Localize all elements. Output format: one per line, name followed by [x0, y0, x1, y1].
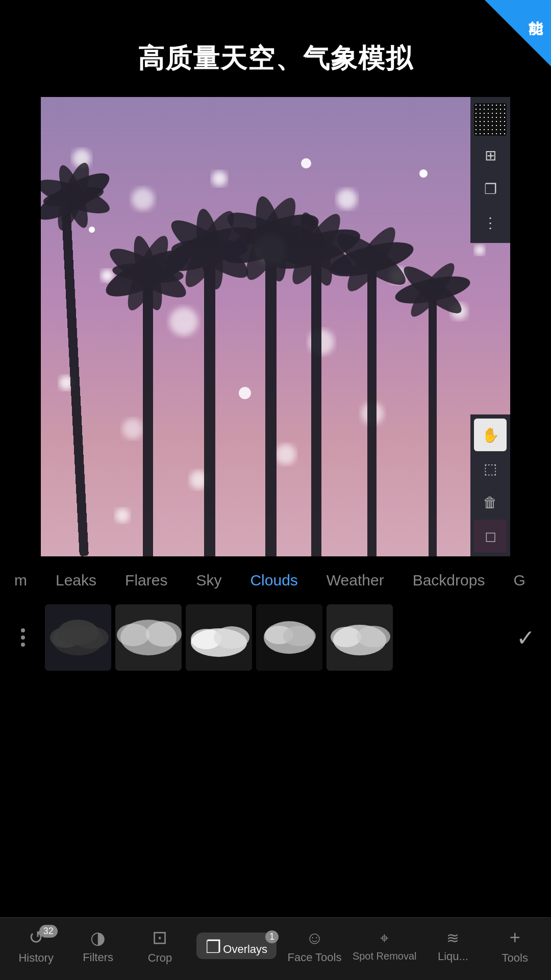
svg-point-3 — [212, 171, 227, 186]
hand-icon: ✋ — [482, 427, 499, 444]
filters-label: Filters — [83, 951, 113, 964]
svg-point-2 — [132, 188, 154, 210]
tab-weather[interactable]: Weather — [312, 567, 398, 594]
overlay-thumb-1[interactable] — [45, 604, 111, 671]
crop-icon: ⊡ — [152, 927, 167, 948]
delete-icon: 🗑 — [483, 494, 497, 511]
tab-backdrops[interactable]: Backdrops — [398, 567, 499, 594]
duplicate-button[interactable]: ❐ — [474, 173, 507, 205]
svg-rect-25 — [265, 240, 277, 556]
face-tools-label: Face Tools — [288, 951, 342, 964]
filters-icon: ◑ — [90, 927, 106, 948]
svg-point-8 — [301, 158, 311, 168]
svg-point-77 — [331, 627, 361, 647]
canvas-area: ⊞ ❐ ⋮ ✋ ⬚ 🗑 — [41, 97, 510, 556]
svg-point-20 — [89, 227, 95, 233]
nav-crop[interactable]: ⊡ Crop — [134, 927, 185, 965]
liquify-label: Liqu... — [438, 950, 468, 963]
tab-m[interactable]: m — [0, 567, 41, 594]
category-tab-bar: m Leaks Flares Sky Clouds Weather Backdr… — [0, 556, 551, 599]
svg-rect-26 — [311, 250, 321, 556]
select-icon: ⬚ — [484, 460, 497, 477]
svg-point-19 — [276, 444, 296, 464]
svg-rect-28 — [429, 291, 437, 556]
checker-icon: ⊞ — [485, 147, 496, 164]
history-label: History — [18, 951, 53, 965]
overlay-thumb-5[interactable] — [327, 604, 393, 671]
tab-leaks[interactable]: Leaks — [41, 567, 111, 594]
svg-rect-24 — [204, 250, 215, 556]
tools-label: Tools — [502, 951, 528, 965]
svg-point-7 — [337, 189, 357, 209]
svg-point-78 — [357, 626, 390, 647]
eraser-button[interactable]: ◻ — [474, 520, 507, 552]
tab-sky[interactable]: Sky — [182, 567, 236, 594]
nav-tools[interactable]: + Tools — [489, 927, 540, 965]
nav-filters[interactable]: ◑ Filters — [72, 927, 123, 964]
tools-icon: + — [510, 927, 520, 948]
more-dots-icon: ⋮ — [483, 214, 497, 231]
bottom-navigation: 32 ↺ History ◑ Filters ⊡ Crop 1 ❐ Overla… — [0, 917, 551, 980]
tab-g[interactable]: G — [499, 567, 539, 594]
overlay-thumb-2[interactable] — [115, 604, 182, 671]
more-options-button[interactable]: ⋮ — [474, 206, 507, 239]
edit-actions-panel: ✋ ⬚ 🗑 ◻ — [470, 414, 510, 556]
overlays-label: Overlays — [223, 943, 267, 955]
nav-face-tools[interactable]: ☺ Face Tools — [288, 928, 342, 964]
tab-flares[interactable]: Flares — [111, 567, 182, 594]
svg-point-74 — [283, 626, 316, 646]
checkmark-button[interactable]: ✓ — [505, 604, 546, 671]
svg-rect-23 — [143, 276, 153, 556]
delete-button[interactable]: 🗑 — [474, 486, 507, 519]
tab-clouds[interactable]: Clouds — [236, 567, 312, 594]
overlays-badge: 1 — [265, 930, 279, 943]
nav-overlays[interactable]: 1 ❐ Overlays — [196, 933, 277, 959]
svg-point-14 — [419, 169, 428, 178]
dot-1 — [21, 628, 25, 632]
select-tool-button[interactable]: ⬚ — [474, 452, 507, 485]
svg-point-62 — [58, 620, 98, 645]
overlay-thumb-3[interactable] — [186, 604, 252, 671]
spot-removal-icon: ⌖ — [380, 929, 389, 947]
dot-2 — [21, 635, 25, 640]
overlay-more-button[interactable] — [5, 604, 41, 671]
checker-button[interactable]: ⊞ — [474, 139, 507, 172]
history-badge: 32 — [39, 925, 58, 938]
page-title: 高质量天空、气象模拟 — [0, 0, 551, 97]
hand-tool-button[interactable]: ✋ — [474, 419, 507, 451]
liquify-icon: ≋ — [446, 929, 459, 947]
svg-point-5 — [101, 270, 113, 282]
right-toolbar: ⊞ ❐ ⋮ ✋ ⬚ 🗑 — [470, 97, 510, 556]
svg-point-18 — [115, 508, 130, 523]
svg-rect-27 — [367, 260, 377, 556]
face-tools-icon: ☺ — [306, 928, 323, 948]
eraser-icon: ◻ — [485, 528, 496, 545]
layer-options-panel: ⊞ ❐ ⋮ — [470, 97, 510, 243]
overlay-thumb-4[interactable] — [256, 604, 322, 671]
svg-point-65 — [117, 624, 149, 646]
svg-point-66 — [146, 621, 182, 647]
overlay-thumbnail-row: ✓ — [0, 599, 551, 676]
svg-point-6 — [169, 307, 198, 336]
texture-thumb-active[interactable] — [474, 103, 507, 136]
crop-label: Crop — [148, 951, 172, 965]
nav-history[interactable]: 32 ↺ History — [11, 927, 62, 965]
svg-point-12 — [239, 387, 251, 399]
overlays-icon: ❐ — [206, 937, 221, 957]
nav-liquify[interactable]: ≋ Liqu... — [428, 929, 479, 963]
photo-canvas[interactable]: ⊞ ❐ ⋮ ✋ ⬚ 🗑 — [41, 97, 510, 556]
dot-3 — [21, 643, 25, 647]
spot-removal-label: Spot Removal — [353, 950, 417, 962]
svg-point-70 — [214, 626, 249, 649]
nav-spot-removal[interactable]: ⌖ Spot Removal — [353, 929, 417, 962]
duplicate-icon: ❐ — [484, 181, 497, 198]
svg-point-11 — [122, 419, 143, 439]
